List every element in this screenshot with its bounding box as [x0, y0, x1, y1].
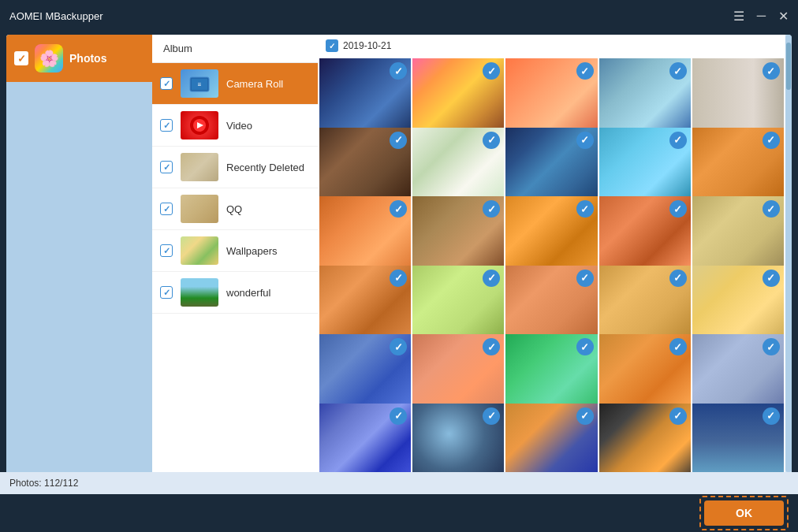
date-header: 2019-10-21	[318, 35, 785, 57]
content-area: ✓ 🌸 Photos Album ≡ Camera Roll	[6, 35, 792, 472]
album-label-video: Video	[226, 120, 252, 132]
photo-cell-18[interactable]	[505, 266, 597, 342]
album-label-recently-deleted: Recently Deleted	[226, 162, 304, 173]
scrollbar-thumb	[786, 43, 791, 90]
album-thumb-recently-deleted	[181, 153, 218, 181]
photo-check-25	[763, 338, 780, 355]
titlebar: AOMEI MBackupper ☰ ─ ✕	[0, 0, 798, 32]
album-panel: Album ≡ Camera Roll	[152, 35, 318, 472]
main-window: ✓ 🌸 Photos Album ≡ Camera Roll	[0, 32, 798, 532]
photo-cell-10[interactable]	[692, 128, 784, 204]
photo-cell-12[interactable]	[412, 196, 504, 273]
album-item-camera-roll[interactable]: ≡ Camera Roll	[152, 63, 318, 105]
album-checkbox-camera-roll[interactable]	[160, 77, 173, 90]
photo-cell-3[interactable]	[505, 58, 597, 135]
photo-cell-28[interactable]	[505, 404, 597, 473]
photo-cell-11[interactable]	[319, 196, 411, 273]
photos-count: Photos: 112/112	[9, 478, 78, 489]
photo-cell-4[interactable]	[599, 58, 691, 135]
album-thumb-camera-roll: ≡	[181, 69, 218, 98]
photo-check-17	[483, 270, 500, 287]
statusbar: Photos: 112/112	[0, 472, 798, 494]
album-thumb-video	[181, 111, 218, 140]
photo-check-27	[483, 407, 500, 425]
album-label-wonderful: wonderful	[226, 287, 270, 299]
album-thumb-wallpapers	[181, 236, 218, 265]
photo-cell-26[interactable]	[319, 404, 411, 473]
photo-cell-6[interactable]	[319, 128, 411, 204]
photo-cell-9[interactable]	[599, 128, 691, 204]
photo-grid	[318, 57, 785, 472]
album-thumb-qq	[181, 195, 218, 223]
photo-check-30	[763, 407, 780, 425]
photo-cell-20[interactable]	[692, 266, 784, 342]
photo-check-7	[483, 132, 500, 149]
album-checkbox-wallpapers[interactable]	[160, 244, 173, 257]
photo-cell-23[interactable]	[505, 334, 597, 411]
photo-check-26	[390, 407, 407, 425]
photo-cell-30[interactable]	[692, 404, 784, 473]
right-scrollbar[interactable]	[785, 35, 792, 472]
ok-button[interactable]: OK	[704, 500, 784, 526]
photo-check-23	[576, 338, 594, 355]
photo-cell-13[interactable]	[505, 196, 597, 273]
photo-cell-19[interactable]	[599, 266, 691, 342]
photo-check-12	[483, 200, 500, 218]
photo-grid-area: 2019-10-21	[318, 35, 785, 472]
check-icon: ✓	[17, 53, 26, 65]
photo-cell-15[interactable]	[692, 196, 784, 273]
window-controls: ☰ ─ ✕	[733, 9, 789, 24]
album-header: Album	[152, 35, 318, 63]
photo-cell-21[interactable]	[319, 334, 411, 411]
album-label-qq: QQ	[226, 203, 242, 215]
album-item-wallpapers[interactable]: Wallpapers	[152, 230, 318, 272]
album-item-wonderful[interactable]: wonderful	[152, 272, 318, 314]
photo-check-28	[576, 407, 594, 425]
photo-check-13	[576, 200, 594, 218]
photos-checkbox[interactable]: ✓	[14, 51, 28, 65]
photo-cell-29[interactable]	[599, 404, 691, 473]
date-checkbox[interactable]	[326, 39, 338, 52]
sidebar-photos: ✓ 🌸 Photos	[6, 35, 152, 472]
photo-cell-16[interactable]	[319, 266, 411, 342]
photo-check-11	[390, 200, 407, 218]
close-button[interactable]: ✕	[778, 9, 789, 24]
photo-check-15	[763, 200, 780, 218]
photo-check-5	[763, 62, 780, 80]
photo-check-20	[763, 270, 780, 287]
album-label-camera-roll: Camera Roll	[226, 78, 283, 90]
svg-text:≡: ≡	[198, 81, 202, 88]
album-checkbox-video[interactable]	[160, 119, 173, 132]
photo-cell-5[interactable]	[692, 58, 784, 135]
list-icon[interactable]: ☰	[733, 9, 744, 24]
date-label: 2019-10-21	[343, 40, 391, 51]
ok-button-container: OK	[699, 496, 789, 530]
photo-check-19	[669, 270, 687, 287]
album-item-recently-deleted[interactable]: Recently Deleted	[152, 147, 318, 188]
photo-check-18	[576, 270, 594, 287]
photo-cell-7[interactable]	[412, 128, 504, 204]
photo-cell-14[interactable]	[599, 196, 691, 273]
photo-cell-22[interactable]	[412, 334, 504, 411]
photo-cell-1[interactable]	[319, 58, 411, 135]
photos-header[interactable]: ✓ 🌸 Photos	[6, 35, 152, 82]
album-checkbox-qq[interactable]	[160, 203, 173, 215]
album-item-qq[interactable]: QQ	[152, 188, 318, 230]
minimize-button[interactable]: ─	[757, 9, 766, 23]
album-checkbox-recently-deleted[interactable]	[160, 161, 173, 173]
photo-cell-17[interactable]	[412, 266, 504, 342]
photo-cell-8[interactable]	[505, 128, 597, 204]
photo-check-3	[576, 62, 594, 80]
photo-check-2	[483, 62, 500, 80]
album-item-video[interactable]: Video	[152, 105, 318, 147]
photo-check-22	[483, 338, 500, 355]
footer: OK	[0, 494, 798, 532]
photo-check-14	[669, 200, 687, 218]
photo-check-16	[390, 270, 407, 287]
photo-cell-25[interactable]	[692, 334, 784, 411]
photo-cell-27[interactable]	[412, 404, 504, 473]
photo-cell-24[interactable]	[599, 334, 691, 411]
photo-check-9	[669, 132, 687, 149]
photo-cell-2[interactable]	[412, 58, 504, 135]
album-checkbox-wonderful[interactable]	[160, 286, 173, 299]
